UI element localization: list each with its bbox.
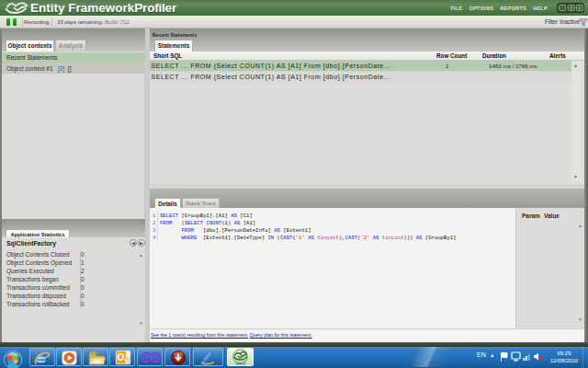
svg-text:O: O <box>118 352 125 362</box>
svg-text:EFProf: EFProf <box>236 362 245 366</box>
